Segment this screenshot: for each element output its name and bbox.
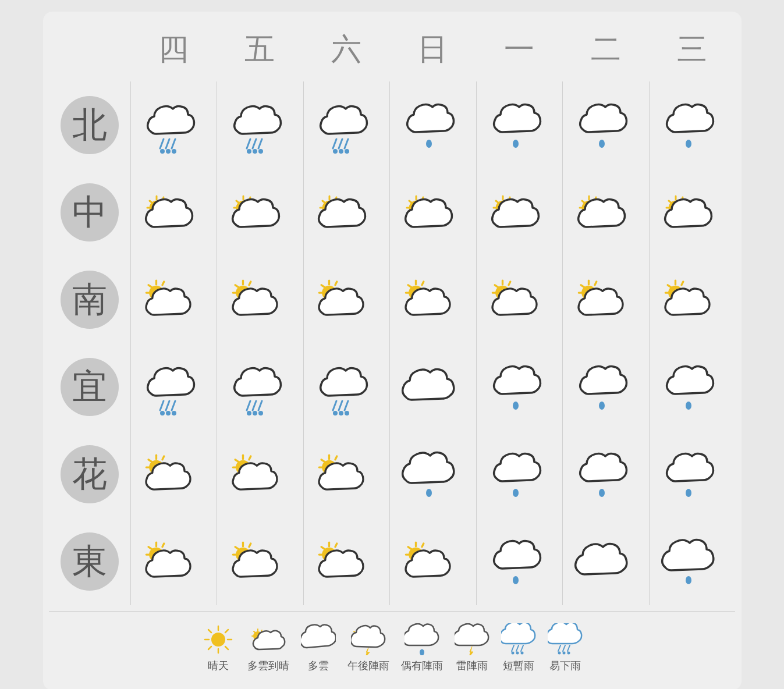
svg-point-5 bbox=[172, 149, 176, 154]
weather-central-5 bbox=[562, 169, 649, 256]
weather-north-4 bbox=[476, 81, 563, 169]
legend-sunny: 晴天 bbox=[201, 623, 236, 673]
svg-point-202 bbox=[516, 652, 519, 655]
weather-central-3 bbox=[389, 169, 476, 256]
svg-line-118 bbox=[333, 401, 336, 410]
svg-line-77 bbox=[322, 285, 325, 287]
weather-east-6 bbox=[649, 518, 736, 605]
svg-line-7 bbox=[253, 139, 256, 148]
svg-line-112 bbox=[247, 401, 250, 410]
svg-line-73 bbox=[249, 282, 251, 285]
svg-line-183 bbox=[208, 647, 211, 649]
weather-north-5 bbox=[562, 81, 649, 169]
weather-central-1 bbox=[217, 169, 303, 256]
weather-south-6 bbox=[649, 256, 736, 343]
svg-point-126 bbox=[686, 402, 691, 410]
weather-central-4 bbox=[476, 169, 563, 256]
svg-point-116 bbox=[253, 411, 257, 415]
header-day-1: 五 bbox=[217, 23, 303, 81]
svg-point-117 bbox=[258, 411, 263, 415]
svg-line-8 bbox=[258, 139, 262, 148]
region-label-south: 南 bbox=[61, 271, 119, 329]
svg-line-130 bbox=[162, 456, 164, 460]
svg-point-124 bbox=[513, 402, 519, 410]
svg-line-89 bbox=[495, 285, 498, 287]
legend-label-brief-rain: 短暫雨 bbox=[503, 659, 534, 673]
region-label-hualien: 花 bbox=[61, 445, 119, 503]
svg-point-121 bbox=[333, 411, 338, 415]
weather-north-0 bbox=[130, 81, 217, 169]
svg-point-19 bbox=[513, 140, 519, 148]
svg-point-18 bbox=[426, 140, 432, 148]
legend-label-easy-rain: 易下雨 bbox=[549, 659, 581, 673]
weather-east-3 bbox=[389, 518, 476, 605]
region-hualien: 花 bbox=[49, 431, 130, 518]
header-day-0: 四 bbox=[130, 23, 217, 81]
weather-east-2 bbox=[303, 518, 390, 605]
svg-point-16 bbox=[339, 149, 343, 154]
svg-point-146 bbox=[513, 489, 519, 497]
legend-thunder-rain: 雷陣雨 bbox=[455, 623, 489, 673]
svg-line-101 bbox=[668, 285, 671, 287]
svg-line-13 bbox=[339, 139, 342, 148]
svg-point-111 bbox=[172, 411, 176, 415]
svg-line-91 bbox=[509, 282, 510, 285]
svg-line-128 bbox=[148, 460, 152, 462]
weather-grid: 四 五 六 日 一 二 三 北 bbox=[49, 23, 736, 673]
header-day-2: 六 bbox=[303, 23, 390, 81]
weather-north-6 bbox=[649, 81, 736, 169]
weather-south-2 bbox=[303, 256, 390, 343]
region-central: 中 bbox=[49, 169, 130, 256]
svg-line-1 bbox=[166, 139, 169, 148]
header-day-4: 一 bbox=[476, 23, 563, 81]
svg-line-182 bbox=[225, 630, 228, 633]
svg-line-2 bbox=[172, 139, 175, 148]
svg-line-113 bbox=[253, 401, 256, 410]
svg-line-205 bbox=[563, 645, 565, 651]
weather-north-1 bbox=[217, 81, 303, 169]
svg-line-180 bbox=[208, 630, 211, 633]
svg-line-198 bbox=[512, 645, 514, 651]
svg-point-125 bbox=[599, 402, 605, 410]
svg-line-152 bbox=[162, 544, 164, 547]
weather-yilan-5 bbox=[562, 343, 649, 431]
weather-yilan-2 bbox=[303, 343, 390, 431]
region-north: 北 bbox=[49, 81, 130, 169]
weather-north-3 bbox=[389, 81, 476, 169]
region-east: 東 bbox=[49, 518, 130, 605]
svg-line-108 bbox=[172, 401, 175, 410]
svg-line-14 bbox=[345, 139, 348, 148]
svg-point-9 bbox=[247, 149, 251, 154]
svg-point-110 bbox=[166, 411, 171, 415]
svg-line-162 bbox=[322, 547, 325, 549]
weather-east-0 bbox=[130, 518, 217, 605]
legend-row: 晴天 多雲到晴 bbox=[49, 611, 736, 673]
legend-cloudy: 多雲 bbox=[301, 623, 336, 673]
svg-line-140 bbox=[322, 460, 325, 462]
svg-line-6 bbox=[247, 139, 250, 148]
weather-south-0 bbox=[130, 256, 217, 343]
svg-line-134 bbox=[235, 460, 239, 462]
weather-east-5 bbox=[562, 518, 649, 605]
legend-brief-rain: 短暫雨 bbox=[501, 623, 536, 673]
weather-hualien-2 bbox=[303, 431, 390, 518]
svg-marker-197 bbox=[469, 647, 473, 655]
svg-point-15 bbox=[333, 149, 338, 154]
svg-point-122 bbox=[339, 411, 343, 415]
weather-central-2 bbox=[303, 169, 390, 256]
svg-marker-195 bbox=[366, 648, 370, 655]
svg-point-147 bbox=[599, 489, 605, 497]
svg-point-20 bbox=[599, 140, 605, 148]
region-label-north: 北 bbox=[61, 96, 119, 154]
weather-yilan-1 bbox=[217, 343, 303, 431]
svg-line-200 bbox=[521, 645, 523, 651]
legend-afternoon-shower: 午後陣雨 bbox=[347, 623, 389, 673]
legend-label-sunny: 晴天 bbox=[208, 659, 229, 673]
svg-point-115 bbox=[247, 411, 251, 415]
svg-point-209 bbox=[567, 652, 570, 655]
svg-point-11 bbox=[258, 149, 263, 154]
svg-line-142 bbox=[335, 456, 337, 460]
svg-line-65 bbox=[148, 285, 152, 287]
svg-point-123 bbox=[345, 411, 349, 415]
svg-point-174 bbox=[686, 576, 691, 584]
